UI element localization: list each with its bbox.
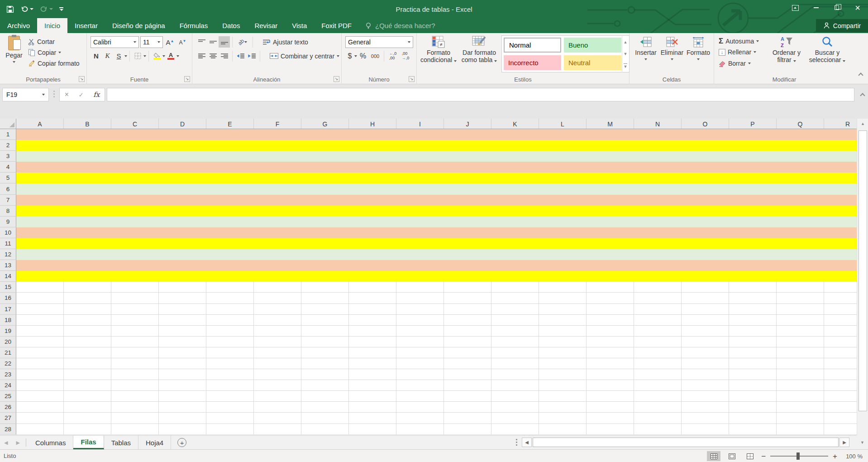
close-button[interactable]: × (847, 0, 868, 15)
normal-view-button[interactable] (707, 451, 720, 461)
sheet-tab-tablas[interactable]: Tablas (104, 436, 138, 449)
column-header-J[interactable]: J (444, 119, 491, 129)
copy-button[interactable]: Copiar (28, 49, 61, 56)
column-header-H[interactable]: H (349, 119, 396, 129)
column-header-L[interactable]: L (539, 119, 587, 129)
column-header-E[interactable]: E (206, 119, 254, 129)
bold-button[interactable]: N (91, 50, 102, 62)
row-header-27[interactable]: 27 (0, 413, 16, 424)
row-header-16[interactable]: 16 (0, 293, 16, 303)
format-as-table-button[interactable]: Dar formato como tabla (459, 36, 500, 63)
column-header-C[interactable]: C (111, 119, 159, 129)
alignment-dialog-launcher[interactable]: ↘ (334, 76, 339, 82)
align-center-button[interactable] (207, 50, 219, 62)
zoom-level[interactable]: 100 % (842, 453, 863, 460)
row-header-13[interactable]: 13 (0, 260, 16, 271)
row-header-22[interactable]: 22 (0, 358, 16, 369)
increase-indent-button[interactable] (246, 50, 258, 62)
grid-row-3[interactable] (16, 151, 857, 162)
row-header-28[interactable]: 28 (0, 424, 16, 435)
column-header-G[interactable]: G (301, 119, 349, 129)
cell-style-normal[interactable]: Normal (504, 38, 561, 53)
page-break-view-button[interactable] (743, 451, 757, 461)
underline-button[interactable]: S (113, 50, 124, 62)
cell-style-neutral[interactable]: Neutral (564, 55, 621, 70)
name-box[interactable]: F19 (2, 88, 49, 101)
zoom-in-button[interactable]: + (833, 452, 837, 460)
column-header-P[interactable]: P (729, 119, 777, 129)
align-bottom-button[interactable] (219, 36, 230, 48)
format-painter-button[interactable]: Copiar formato (28, 60, 80, 67)
row-header-2[interactable]: 2 (0, 140, 16, 151)
row-header-12[interactable]: 12 (0, 249, 16, 260)
row-header-1[interactable]: 1 (0, 129, 16, 140)
sheet-tab-columnas[interactable]: Columnas (28, 436, 74, 449)
row-header-14[interactable]: 14 (0, 271, 16, 282)
grid-row-22[interactable] (16, 358, 857, 369)
grid-row-11[interactable] (16, 238, 857, 249)
cancel-entry-button[interactable]: × (65, 91, 69, 99)
align-middle-button[interactable] (207, 36, 219, 48)
sort-filter-button[interactable]: A Z Ordenar y filtrar (768, 36, 805, 63)
grid-row-26[interactable] (16, 402, 857, 413)
align-right-button[interactable] (219, 50, 230, 62)
grid-row-9[interactable] (16, 217, 857, 227)
row-header-11[interactable]: 11 (0, 238, 16, 249)
page-layout-view-button[interactable] (725, 451, 739, 461)
increase-font-size-button[interactable]: A▲ (164, 37, 176, 48)
tab-revisar[interactable]: Revisar (247, 18, 285, 33)
currency-format-button[interactable]: $ (345, 50, 354, 62)
column-header-R[interactable]: R (824, 119, 857, 129)
column-header-O[interactable]: O (682, 119, 729, 129)
row-header-4[interactable]: 4 (0, 162, 16, 173)
align-left-button[interactable] (196, 50, 207, 62)
scroll-left-button[interactable]: ◀ (522, 438, 532, 447)
find-select-button[interactable]: Buscar y seleccionar (806, 36, 848, 63)
row-header-17[interactable]: 17 (0, 304, 16, 315)
grid-row-21[interactable] (16, 347, 857, 358)
tab-insertar[interactable]: Insertar (67, 18, 105, 33)
zoom-slider-thumb[interactable] (796, 452, 800, 460)
grid-row-24[interactable] (16, 380, 857, 391)
ribbon-display-options-button[interactable] (785, 0, 806, 15)
column-header-A[interactable]: A (16, 119, 64, 129)
fill-button[interactable]: ↓ Rellenar (719, 48, 756, 56)
column-header-K[interactable]: K (491, 119, 539, 129)
new-sheet-button[interactable]: + (177, 438, 186, 447)
gallery-scroll-down[interactable]: ▼ (624, 52, 628, 56)
column-header-M[interactable]: M (587, 119, 634, 129)
grid-row-6[interactable] (16, 183, 857, 194)
font-size-combo[interactable]: 11 (140, 36, 163, 48)
select-all-button[interactable] (0, 119, 16, 129)
tab-formulas[interactable]: Fórmulas (172, 18, 215, 33)
row-header-9[interactable]: 9 (0, 217, 16, 227)
tab-datos[interactable]: Datos (215, 18, 247, 33)
format-cells-button[interactable]: Formato (686, 37, 711, 60)
collapse-ribbon-button[interactable] (859, 71, 863, 78)
grid-row-20[interactable] (16, 337, 857, 347)
grid-row-12[interactable] (16, 249, 857, 260)
grid-row-25[interactable] (16, 391, 857, 402)
tab-inicio[interactable]: Inicio (37, 18, 67, 33)
scroll-up-button[interactable]: ▲ (857, 119, 868, 129)
row-header-25[interactable]: 25 (0, 391, 16, 402)
row-header-6[interactable]: 6 (0, 183, 16, 194)
font-dialog-launcher[interactable]: ↘ (184, 76, 190, 82)
formula-input[interactable] (107, 88, 854, 101)
grid-row-18[interactable] (16, 315, 857, 326)
tab-archivo[interactable]: Archivo (0, 18, 37, 33)
clear-button[interactable]: Borrar (719, 60, 751, 67)
cut-button[interactable]: Cortar (28, 38, 55, 45)
wrap-text-button[interactable]: Ajustar texto (262, 38, 308, 46)
increase-decimal-button[interactable]: ←,0,00 (386, 50, 399, 62)
font-name-combo[interactable]: Calibri (91, 36, 139, 48)
vertical-scrollbar[interactable]: ▲ (857, 119, 868, 435)
grid-row-2[interactable] (16, 140, 857, 151)
comma-format-button[interactable]: 000 (369, 50, 382, 62)
percent-format-button[interactable]: % (357, 50, 369, 62)
zoom-out-button[interactable]: − (761, 452, 766, 460)
decrease-font-size-button[interactable]: A▼ (177, 37, 188, 48)
row-header-15[interactable]: 15 (0, 282, 16, 293)
row-header-23[interactable]: 23 (0, 369, 16, 380)
grid-row-27[interactable] (16, 413, 857, 424)
